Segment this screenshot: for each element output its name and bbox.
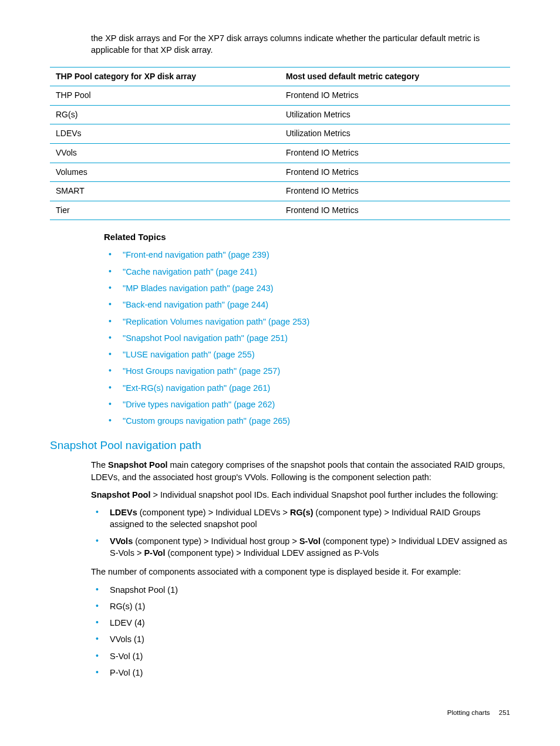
table-header-row: THP Pool category for XP disk array Most…	[50, 67, 510, 86]
section-paragraph-2: Snapshot Pool > Individual snapshot pool…	[91, 489, 510, 501]
list-item: VVols (1)	[91, 633, 510, 645]
table-row: LDEVsUtilization Metrics	[50, 124, 510, 144]
table-cell: Frontend IO Metrics	[280, 201, 510, 220]
table-row: VolumesFrontend IO Metrics	[50, 163, 510, 182]
related-topic-link[interactable]: "Replication Volumes navigation path" (p…	[123, 317, 309, 326]
table-cell: Tier	[50, 201, 280, 220]
related-topic-link[interactable]: "Drive types navigation path" (page 262)	[123, 400, 275, 409]
table-cell: THP Pool	[50, 86, 280, 106]
table-cell: Frontend IO Metrics	[280, 163, 510, 182]
section-paragraph-1: The Snapshot Pool main category comprise…	[91, 459, 510, 483]
table-cell: Volumes	[50, 163, 280, 182]
metrics-table: THP Pool category for XP disk array Most…	[50, 67, 510, 221]
related-topic-item: "MP Blades navigation path" (page 243)	[104, 282, 510, 294]
related-topic-item: "Drive types navigation path" (page 262)	[104, 399, 510, 410]
list-item: S-Vol (1)	[91, 650, 510, 662]
list-item: RG(s) (1)	[91, 600, 510, 612]
footer-label: Plotting charts	[447, 709, 490, 716]
section-body: The Snapshot Pool main category comprise…	[91, 459, 510, 501]
table-row: SMARTFrontend IO Metrics	[50, 182, 510, 201]
intro-paragraph: the XP disk arrays and For the XP7 disk …	[91, 32, 510, 56]
section-body-2: The number of components associated with…	[91, 566, 510, 578]
related-topic-link[interactable]: "Custom groups navigation path" (page 26…	[123, 416, 290, 426]
related-topic-item: "Cache navigation path" (page 241)	[104, 266, 510, 278]
example-counts-list: Snapshot Pool (1)RG(s) (1)LDEV (4)VVols …	[91, 584, 510, 679]
bold-snapshot-pool: Snapshot Pool	[108, 460, 168, 470]
list-item: LDEVs (component type) > Individual LDEV…	[91, 507, 510, 531]
table-row: TierFrontend IO Metrics	[50, 201, 510, 220]
related-topic-item: "Host Groups navigation path" (page 257)	[104, 365, 510, 377]
table-cell: Utilization Metrics	[280, 105, 510, 124]
related-topic-item: "Ext-RG(s) navigation path" (page 261)	[104, 382, 510, 394]
related-topic-link[interactable]: "MP Blades navigation path" (page 243)	[123, 283, 274, 293]
component-path-list: LDEVs (component type) > Individual LDEV…	[91, 507, 510, 559]
related-topic-item: "LUSE navigation path" (page 255)	[104, 349, 510, 360]
table-cell: Frontend IO Metrics	[280, 86, 510, 106]
table-cell: SMART	[50, 182, 280, 201]
related-topic-link[interactable]: "Snapshot Pool navigation path" (page 25…	[123, 333, 288, 343]
related-topic-item: "Front-end navigation path" (page 239)	[104, 249, 510, 261]
table-cell: LDEVs	[50, 124, 280, 144]
related-topic-link[interactable]: "Ext-RG(s) navigation path" (page 261)	[123, 383, 270, 393]
footer-page-number: 251	[499, 709, 510, 716]
list-item: Snapshot Pool (1)	[91, 584, 510, 596]
related-topic-item: "Replication Volumes navigation path" (p…	[104, 316, 510, 328]
table-cell: RG(s)	[50, 105, 280, 124]
related-topic-link[interactable]: "LUSE navigation path" (page 255)	[123, 350, 255, 359]
related-topic-item: "Snapshot Pool navigation path" (page 25…	[104, 332, 510, 344]
table-cell: Frontend IO Metrics	[280, 182, 510, 201]
section-paragraph-3: The number of components associated with…	[91, 566, 510, 578]
col-header-2: Most used default metric category	[280, 67, 510, 86]
table-cell: Frontend IO Metrics	[280, 143, 510, 163]
related-topic-link[interactable]: "Front-end navigation path" (page 239)	[123, 250, 269, 259]
related-topic-link[interactable]: "Host Groups navigation path" (page 257)	[123, 366, 280, 376]
col-header-1: THP Pool category for XP disk array	[50, 67, 280, 86]
related-topic-item: "Back-end navigation path" (page 244)	[104, 299, 510, 310]
related-topic-link[interactable]: "Cache navigation path" (page 241)	[123, 267, 257, 276]
table-cell: Utilization Metrics	[280, 124, 510, 144]
related-topics-heading: Related Topics	[104, 231, 510, 243]
related-topic-item: "Custom groups navigation path" (page 26…	[104, 415, 510, 427]
page-footer: Plotting charts 251	[50, 708, 510, 717]
related-topic-link[interactable]: "Back-end navigation path" (page 244)	[123, 300, 268, 309]
list-item: P-Vol (1)	[91, 667, 510, 679]
table-row: THP PoolFrontend IO Metrics	[50, 86, 510, 106]
list-item: VVols (component type) > Individual host…	[91, 535, 510, 559]
list-item: LDEV (4)	[91, 617, 510, 629]
table-row: VVolsFrontend IO Metrics	[50, 143, 510, 163]
section-title: Snapshot Pool navigation path	[50, 438, 510, 454]
table-cell: VVols	[50, 143, 280, 163]
table-row: RG(s)Utilization Metrics	[50, 105, 510, 124]
bold-snapshot-pool-crumb: Snapshot Pool	[91, 490, 151, 499]
related-topics-list: "Front-end navigation path" (page 239)"C…	[104, 249, 510, 427]
